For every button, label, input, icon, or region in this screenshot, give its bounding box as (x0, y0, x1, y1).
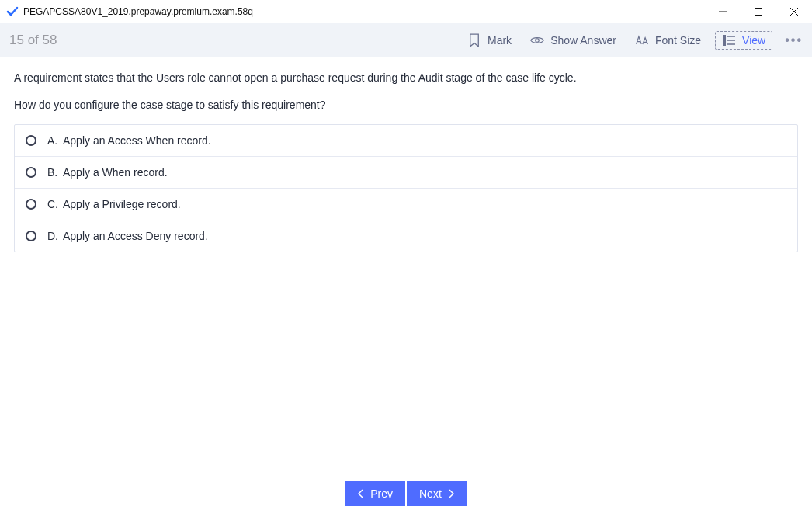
next-button[interactable]: Next (407, 481, 467, 506)
font-size-label: Font Size (655, 34, 701, 47)
font-size-icon (635, 33, 649, 47)
radio-icon (26, 231, 36, 241)
chevron-left-icon (358, 489, 364, 498)
question-text-line-1: A requirement states that the Users role… (14, 70, 798, 86)
answer-option-a[interactable]: A. Apply an Access When record. (15, 125, 797, 156)
font-size-button[interactable]: Font Size (635, 33, 701, 47)
answer-list: A. Apply an Access When record. B. Apply… (14, 124, 798, 252)
radio-icon (26, 167, 36, 178)
app-checkmark-icon (6, 5, 19, 18)
more-options-button[interactable]: ••• (785, 33, 803, 47)
answer-letter: A. (47, 134, 63, 147)
answer-letter: C. (47, 198, 63, 210)
window-maximize-button[interactable] (741, 0, 776, 23)
show-answer-button[interactable]: Show Answer (530, 33, 616, 47)
answer-letter: B. (47, 166, 63, 179)
svg-point-4 (536, 38, 540, 42)
prev-label: Prev (370, 488, 393, 500)
radio-icon (26, 135, 36, 146)
radio-icon (26, 199, 36, 210)
window-minimize-button[interactable] (705, 0, 741, 23)
question-panel: A requirement states that the Users role… (0, 57, 812, 252)
answer-letter: D. (47, 230, 63, 242)
answer-text: Apply a Privilege record. (63, 198, 181, 210)
bookmark-icon (467, 33, 481, 47)
answer-option-c[interactable]: C. Apply a Privilege record. (15, 188, 797, 220)
answer-text: Apply an Access When record. (63, 134, 211, 147)
nav-bar: Prev Next (0, 481, 812, 506)
window-title: PEGAPCSSA80V1_2019.prepaway.premium.exam… (23, 6, 253, 17)
window-titlebar: PEGAPCSSA80V1_2019.prepaway.premium.exam… (0, 0, 812, 23)
mark-label: Mark (488, 34, 512, 47)
view-button[interactable]: View (715, 31, 772, 50)
show-answer-label: Show Answer (550, 34, 616, 47)
list-view-icon (722, 33, 736, 47)
svg-rect-5 (723, 35, 726, 46)
answer-text: Apply an Access Deny record. (63, 230, 208, 242)
eye-icon (530, 33, 544, 47)
answer-text: Apply a When record. (63, 166, 168, 179)
mark-button[interactable]: Mark (467, 33, 512, 47)
window-close-button[interactable] (776, 0, 812, 23)
svg-rect-1 (755, 8, 762, 15)
question-progress: 15 of 58 (9, 33, 57, 48)
question-text-line-2: How do you configure the case stage to s… (14, 97, 798, 113)
next-label: Next (419, 488, 442, 500)
prev-button[interactable]: Prev (345, 481, 405, 506)
toolbar: 15 of 58 Mark Show Answer Font Size (0, 23, 812, 57)
view-label: View (742, 34, 765, 47)
answer-option-d[interactable]: D. Apply an Access Deny record. (15, 220, 797, 252)
answer-option-b[interactable]: B. Apply a When record. (15, 156, 797, 188)
chevron-right-icon (448, 489, 454, 498)
